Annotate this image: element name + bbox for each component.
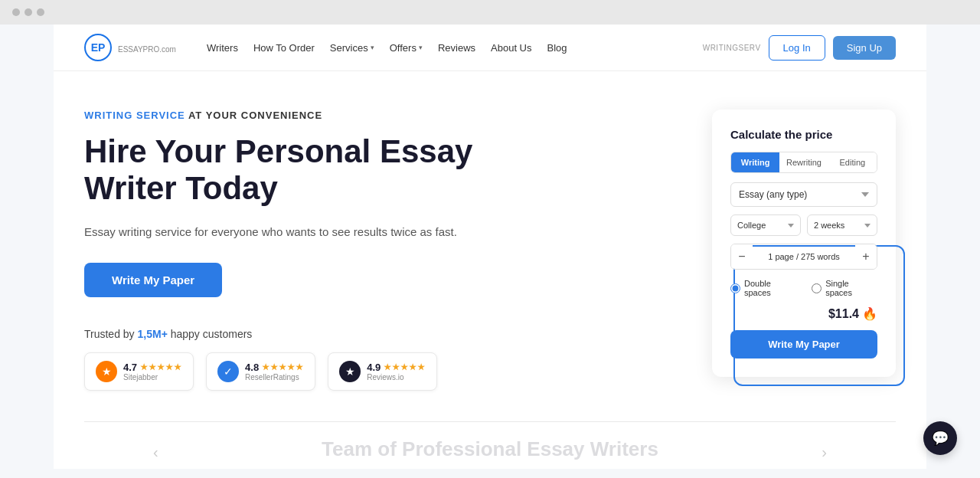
academic-level-select[interactable]: College High School University Master's (730, 214, 801, 236)
sitejabber-stars: ★★★★★ (140, 362, 182, 372)
hero-description: Essay writing service for everyone who w… (84, 223, 482, 241)
resellerratings-info: 4.8 ★★★★★ ResellerRatings (245, 362, 304, 381)
nav-blog[interactable]: Blog (547, 42, 567, 54)
tab-rewriting[interactable]: Rewriting (779, 152, 828, 172)
nav-writers[interactable]: Writers (207, 42, 238, 54)
resellerratings-score: 4.8 ★★★★★ (245, 362, 304, 373)
nav-services[interactable]: Services ▾ (330, 42, 374, 54)
trust-text: Trusted by 1,5M+ happy customers (84, 328, 482, 340)
spacing-row: Double spaces Single spaces (730, 279, 877, 297)
logo-icon: EP (84, 34, 112, 61)
trust-badge-reviews-io: ★ 4.9 ★★★★★ Reviews.io (328, 352, 437, 391)
reviewsio-icon: ★ (339, 361, 361, 382)
single-spaces-label[interactable]: Single spaces (812, 279, 877, 297)
signup-button[interactable]: Sign Up (833, 36, 896, 60)
reviewsio-name: Reviews.io (367, 373, 426, 381)
trust-badge-resellerratings: ✓ 4.8 ★★★★★ ResellerRatings (206, 352, 315, 391)
double-spaces-label[interactable]: Double spaces (730, 279, 799, 297)
resellerratings-stars: ★★★★★ (262, 362, 304, 372)
browser-chrome (0, 0, 980, 25)
chat-icon: 💬 (932, 430, 949, 447)
sitejabber-icon: ★ (96, 361, 117, 382)
double-spaces-radio[interactable] (730, 283, 740, 293)
single-spaces-radio[interactable] (812, 283, 822, 293)
browser-dot-2 (24, 8, 32, 16)
logo-area[interactable]: EP ESSAYPRO.com (84, 34, 176, 61)
calculator-card: Calculate the price Writing Rewriting Ed… (712, 110, 896, 377)
resellerratings-name: ResellerRatings (245, 373, 304, 381)
calculator-title: Calculate the price (730, 128, 877, 141)
pages-decrease-button[interactable]: − (731, 244, 753, 269)
level-deadline-row: College High School University Master's … (730, 214, 877, 236)
customers-count: 1,5M+ (138, 328, 168, 340)
browser-dot-1 (12, 8, 20, 16)
nav-how-to-order[interactable]: How To Order (253, 42, 315, 54)
sitejabber-name: Sitejabber (123, 373, 182, 381)
services-chevron: ▾ (371, 44, 374, 51)
nav-offers[interactable]: Offers ▾ (390, 42, 423, 54)
tab-editing[interactable]: Editing (828, 152, 877, 172)
reviewsio-stars: ★★★★★ (384, 362, 426, 372)
hero-section: WRITING SERVICE AT YOUR CONVENIENCE Hire… (54, 71, 926, 421)
pages-value: 1 page / 275 words (753, 252, 855, 261)
nav-right: WRITINGSERV Log In Sign Up (703, 35, 896, 61)
trust-badge-sitejabber: ★ 4.7 ★★★★★ Sitejabber (84, 352, 194, 391)
sitejabber-score: 4.7 ★★★★★ (123, 362, 182, 373)
sitejabber-info: 4.7 ★★★★★ Sitejabber (123, 362, 182, 381)
price-value: $11.4 (828, 307, 859, 321)
chat-button[interactable]: 💬 (923, 421, 957, 455)
team-section-title: Team of Professional Essay Writers (54, 422, 926, 469)
pages-increase-button[interactable]: + (855, 244, 877, 269)
offers-chevron: ▾ (419, 44, 423, 51)
calculator-cta-button[interactable]: Write My Paper (730, 330, 877, 358)
nav-links: Writers How To Order Services ▾ Offers ▾… (207, 42, 684, 54)
deadline-select[interactable]: 2 weeks 3 hours 1 week (807, 214, 877, 236)
pages-row: − 1 page / 275 words + (730, 244, 877, 270)
hero-subtitle: WRITING SERVICE AT YOUR CONVENIENCE (84, 110, 482, 121)
browser-dot-3 (37, 8, 44, 16)
hero-cta-button[interactable]: Write My Paper (84, 263, 222, 297)
hero-subtitle-plain: AT YOUR CONVENIENCE (185, 110, 322, 121)
price-display: $11.4 🔥 (730, 306, 877, 321)
writing-serv-text: WRITINGSERV (703, 44, 761, 52)
nav-about-us[interactable]: About Us (491, 42, 531, 54)
nav-reviews[interactable]: Reviews (438, 42, 475, 54)
hero-title: Hire Your Personal Essay Writer Today (84, 133, 482, 208)
trust-badges: ★ 4.7 ★★★★★ Sitejabber ✓ (84, 352, 482, 391)
reviewsio-score: 4.9 ★★★★★ (367, 362, 426, 373)
reviewsio-info: 4.9 ★★★★★ Reviews.io (367, 362, 426, 381)
carousel-right-arrow[interactable]: › (822, 444, 827, 461)
paper-type-select[interactable]: Essay (any type) Research Paper Term Pap… (730, 182, 877, 207)
navbar: EP ESSAYPRO.com Writers How To Order Ser… (54, 25, 926, 71)
carousel-left-arrow[interactable]: ‹ (153, 444, 158, 461)
trust-section: Trusted by 1,5M+ happy customers ★ 4.7 ★… (84, 328, 482, 391)
page-wrapper: EP ESSAYPRO.com Writers How To Order Ser… (54, 25, 926, 469)
fire-icon: 🔥 (862, 306, 877, 321)
tab-writing[interactable]: Writing (731, 152, 779, 172)
resellerratings-icon: ✓ (217, 361, 239, 382)
hero-subtitle-highlight: WRITING SERVICE (84, 110, 185, 121)
login-button[interactable]: Log In (769, 35, 825, 61)
logo-text: ESSAYPRO.com (118, 40, 176, 56)
calculator-tabs: Writing Rewriting Editing (730, 152, 877, 173)
hero-left: WRITING SERVICE AT YOUR CONVENIENCE Hire… (84, 110, 482, 391)
